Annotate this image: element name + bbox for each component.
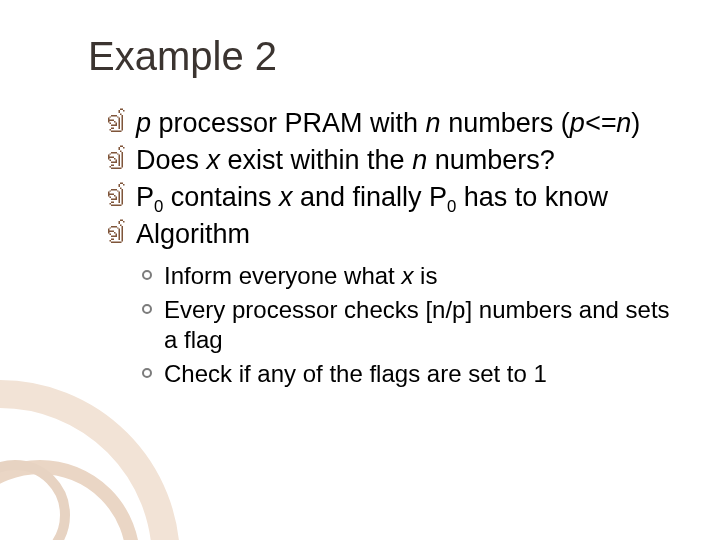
ring-icon — [142, 368, 152, 378]
swirl-icon: ၍ — [104, 220, 128, 244]
bullet-text: P0 contains x and finally P0 has to know — [136, 182, 608, 212]
bullet-text: Algorithm — [136, 219, 250, 249]
bullet-text: Does x exist within the n numbers? — [136, 145, 555, 175]
sub-bullet-text: Check if any of the flags are set to 1 — [164, 360, 547, 387]
swirl-icon: ၍ — [104, 146, 128, 170]
ring-icon — [142, 270, 152, 280]
swirl-icon: ၍ — [104, 109, 128, 133]
bullet-list: ၍ p processor PRAM with n numbers (p<=n)… — [106, 107, 670, 251]
bullet-text: p processor PRAM with n numbers (p<=n) — [136, 108, 640, 138]
bullet-item: ၍ P0 contains x and finally P0 has to kn… — [106, 181, 670, 214]
bullet-item: ၍ p processor PRAM with n numbers (p<=n) — [106, 107, 670, 140]
slide-title: Example 2 — [88, 34, 670, 79]
bullet-item: ၍ Does x exist within the n numbers? — [106, 144, 670, 177]
ring-icon — [142, 304, 152, 314]
bullet-item: ၍ Algorithm — [106, 218, 670, 251]
sub-bullet-item: Inform everyone what x is — [146, 261, 670, 291]
swirl-icon: ၍ — [104, 183, 128, 207]
sub-bullet-text: Inform everyone what x is — [164, 262, 437, 289]
sub-bullet-item: Every processor checks [n/p] numbers and… — [146, 295, 670, 355]
sub-bullet-list: Inform everyone what x is Every processo… — [146, 261, 670, 389]
content-area: Example 2 ၍ p processor PRAM with n numb… — [0, 0, 720, 389]
slide: Example 2 ၍ p processor PRAM with n numb… — [0, 0, 720, 540]
sub-bullet-text: Every processor checks [n/p] numbers and… — [164, 296, 670, 353]
sub-bullet-item: Check if any of the flags are set to 1 — [146, 359, 670, 389]
